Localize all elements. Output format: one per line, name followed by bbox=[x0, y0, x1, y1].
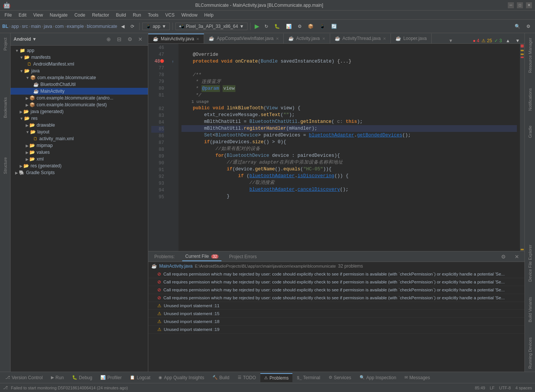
bottom-tab-build[interactable]: 🔨 Build bbox=[209, 374, 233, 382]
tab-activitythread[interactable]: ☕ ActivityThread.java ✕ bbox=[330, 34, 391, 43]
gear-settings-button[interactable]: ⚙ bbox=[524, 22, 533, 31]
scroll-up-button[interactable]: ▲ bbox=[504, 38, 512, 43]
bottom-tab-version-control[interactable]: ⎇ Version Control bbox=[2, 374, 46, 382]
menu-edit[interactable]: Edit bbox=[15, 12, 29, 18]
tab-mainactivity[interactable]: ☕ MainActivity.java ✕ bbox=[148, 34, 204, 43]
breadcrumb-example[interactable]: example bbox=[67, 24, 84, 29]
menu-navigate[interactable]: Navigate bbox=[47, 12, 71, 18]
problem-item-2[interactable]: ⊘ Call requires permission which may be … bbox=[148, 278, 524, 286]
bottom-tab-debug[interactable]: 🐛 Debug bbox=[68, 374, 96, 382]
profile-button[interactable]: 📊 bbox=[284, 22, 294, 31]
menu-tools[interactable]: Tools bbox=[145, 12, 161, 18]
sidebar-label-running-devices[interactable]: Running Devices bbox=[526, 334, 534, 372]
breadcrumb-java[interactable]: java bbox=[44, 24, 52, 29]
sidebar-label-bookmarks[interactable]: Bookmarks bbox=[2, 94, 9, 121]
problem-item-5[interactable]: ⚠ Unused import statement :11 bbox=[148, 302, 524, 310]
nav-forward-button[interactable]: ⟳ bbox=[128, 22, 137, 31]
device-selector[interactable]: 📲 Pixel_3a_API_33_x86_64 ▼ bbox=[175, 23, 248, 30]
sidebar-label-resource-manager[interactable]: Resource Manager bbox=[526, 35, 534, 76]
breadcrumb-main[interactable]: main bbox=[31, 24, 41, 29]
tab-close-button[interactable]: ✕ bbox=[276, 37, 279, 41]
menu-run[interactable]: Run bbox=[130, 12, 144, 18]
panel-close-button[interactable]: ✕ bbox=[136, 35, 145, 44]
bottom-tab-problems[interactable]: ⚠ Problems bbox=[260, 373, 292, 382]
tree-item-values[interactable]: ▶ 📂 values bbox=[11, 149, 148, 156]
sidebar-label-device-file-explorer[interactable]: Device File Explorer bbox=[526, 242, 534, 285]
tree-item-res[interactable]: ▼ 📂 res bbox=[11, 115, 148, 122]
sidebar-label-project[interactable]: Project bbox=[2, 35, 9, 54]
menu-build[interactable]: Build bbox=[113, 12, 129, 18]
tab-appcompatviewinflater[interactable]: ☕ AppCompatViewInflater.java ✕ bbox=[204, 34, 284, 43]
problems-settings-button[interactable]: ⚙ bbox=[499, 252, 508, 261]
tree-item-package-test[interactable]: ▶ 📦 com.example.blcommunicate (test) bbox=[11, 101, 148, 108]
tree-item-bluetoothchatutil[interactable]: ☕ BluetoothChatUtil bbox=[11, 81, 148, 88]
bottom-tab-services[interactable]: ⚙ Services bbox=[325, 374, 355, 382]
tree-item-activitymain[interactable]: 🗋 activity_main.xml bbox=[11, 135, 148, 142]
nav-back-button[interactable]: ◀ bbox=[119, 22, 127, 31]
locate-file-button[interactable]: ⊕ bbox=[104, 35, 113, 44]
menu-file[interactable]: File bbox=[2, 12, 15, 18]
tree-item-xml[interactable]: ▶ 📂 xml bbox=[11, 156, 148, 162]
tree-item-manifests[interactable]: ▼ 📂 manifests bbox=[11, 54, 148, 61]
breadcrumb-com[interactable]: com bbox=[55, 24, 64, 29]
bottom-tab-messages[interactable]: ✉ Messages bbox=[401, 374, 434, 382]
sidebar-label-build-variants[interactable]: Build Variants bbox=[526, 294, 534, 325]
menu-view[interactable]: View bbox=[30, 12, 46, 18]
bottom-tab-logcat[interactable]: 📋 Logcat bbox=[126, 374, 154, 382]
problems-tab-current-file[interactable]: Current File 32 bbox=[182, 252, 221, 261]
cursor-position[interactable]: 85:49 bbox=[475, 386, 485, 390]
tree-item-mainactivity[interactable]: ☕ MainActivity bbox=[11, 88, 148, 95]
sdk-button[interactable]: 📦 bbox=[306, 22, 316, 31]
sidebar-label-notifications[interactable]: Notifications bbox=[526, 85, 534, 114]
problem-item-4[interactable]: ⊘ Call requires permission which may be … bbox=[148, 294, 524, 302]
tab-more-button[interactable]: ▼ bbox=[446, 38, 456, 43]
tree-item-mipmap[interactable]: ▶ 📂 mipmap bbox=[11, 142, 148, 149]
refresh-button[interactable]: ↻ bbox=[262, 22, 271, 31]
menu-window[interactable]: Window bbox=[178, 12, 201, 18]
maximize-button[interactable]: □ bbox=[517, 2, 523, 8]
minimize-button[interactable]: ─ bbox=[508, 2, 514, 8]
indent-info[interactable]: 4 spaces bbox=[515, 386, 532, 390]
tab-activity[interactable]: ☕ Activity.java ✕ bbox=[284, 34, 330, 43]
search-button[interactable]: 🔍 bbox=[512, 22, 523, 31]
problem-item-3[interactable]: ⊘ Call requires permission which may be … bbox=[148, 286, 524, 294]
sidebar-label-structure[interactable]: Structure bbox=[2, 154, 9, 177]
tree-item-app[interactable]: ▼ 📁 app bbox=[11, 47, 148, 54]
menu-refactor[interactable]: Refactor bbox=[89, 12, 112, 18]
breadcrumb-bl[interactable]: BL bbox=[2, 24, 8, 29]
bottom-tab-app-quality[interactable]: ◉ App Quality Insights bbox=[155, 374, 208, 382]
app-selector[interactable]: 📱 app ▼ bbox=[142, 23, 170, 30]
tab-close-button[interactable]: ✕ bbox=[322, 37, 325, 41]
bottom-tab-app-inspection[interactable]: 🔍 App Inspection bbox=[356, 374, 400, 382]
debug-button[interactable]: 🐛 bbox=[272, 22, 282, 31]
editor-scrollbar[interactable] bbox=[520, 44, 524, 251]
tree-item-res-generated[interactable]: ▶ 📂 res (generated) bbox=[11, 162, 148, 169]
tab-close-button[interactable]: ✕ bbox=[383, 37, 386, 41]
tree-item-package[interactable]: ▼ 📦 com.example.blcommunicate bbox=[11, 74, 148, 81]
file-charset[interactable]: UTF-8 bbox=[499, 386, 511, 390]
sidebar-label-gradle[interactable]: Gradle bbox=[526, 122, 534, 141]
problem-item-6[interactable]: ⚠ Unused import statement :15 bbox=[148, 310, 524, 318]
run-button[interactable]: ▶ bbox=[253, 22, 261, 31]
problems-tab-project-errors[interactable]: Project Errors bbox=[226, 253, 260, 261]
tab-close-button[interactable]: ✕ bbox=[196, 37, 199, 41]
tree-item-package-android[interactable]: ▶ 📦 com.example.blcommunicate (andro... bbox=[11, 95, 148, 101]
bottom-tab-run[interactable]: ▶ Run bbox=[47, 374, 68, 382]
code-text-area[interactable]: @Override protected void onCreate(Bundle… bbox=[178, 44, 520, 251]
tree-item-drawable[interactable]: ▶ 📂 drawable bbox=[11, 122, 148, 129]
tab-looper[interactable]: ☕ Looper.java bbox=[391, 34, 432, 43]
panel-settings-button[interactable]: ⚙ bbox=[125, 35, 134, 44]
menu-code[interactable]: Code bbox=[71, 12, 88, 18]
bottom-tab-profiler[interactable]: 📊 Profiler bbox=[97, 374, 125, 382]
breadcrumb-app[interactable]: app bbox=[11, 24, 19, 29]
settings-button[interactable]: ⚙ bbox=[295, 22, 304, 31]
problem-item-7[interactable]: ⚠ Unused import statement :18 bbox=[148, 318, 524, 326]
problems-tab-label[interactable]: Problems: bbox=[151, 253, 178, 261]
breadcrumb-blcommunicate[interactable]: blcommunicate bbox=[87, 24, 117, 29]
tree-item-java-generated[interactable]: ▶ 📂 java (generated) bbox=[11, 108, 148, 115]
tree-item-androidmanifest[interactable]: 🗋 AndroidManifest.xml bbox=[11, 61, 148, 67]
scroll-down-button[interactable]: ▼ bbox=[514, 38, 521, 43]
problem-item-8[interactable]: ⚠ Unused import statement :19 bbox=[148, 326, 524, 334]
bottom-tab-terminal[interactable]: $_ Terminal bbox=[293, 374, 324, 382]
problem-item-1[interactable]: ⊘ Call requires permission which may be … bbox=[148, 270, 524, 278]
